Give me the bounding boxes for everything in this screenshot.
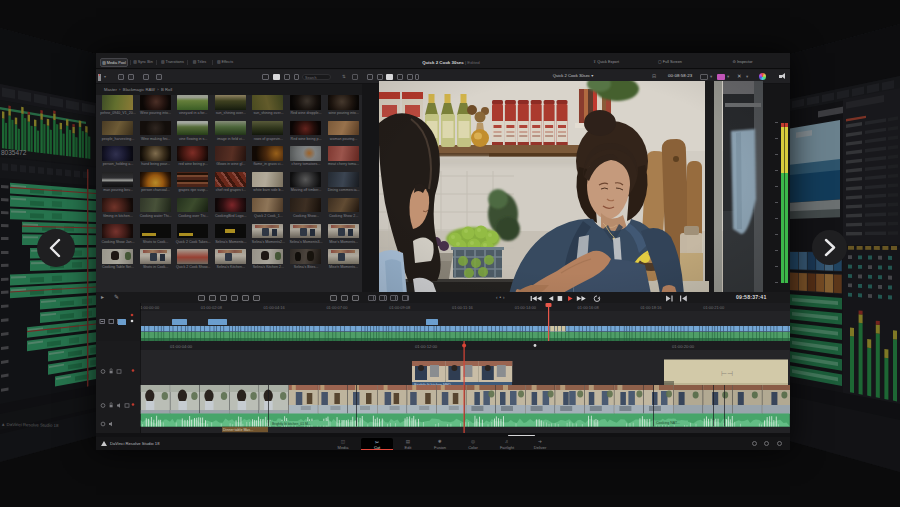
svg-text:⊢⊣: ⊢⊣ [721, 370, 733, 377]
svg-text:Cooking NAT...: Cooking NAT... [656, 421, 680, 425]
svg-text:01:00:11:16: 01:00:11:16 [452, 305, 474, 310]
svg-text:01:00:20:00: 01:00:20:00 [672, 344, 695, 349]
svg-text:01:00:04:16: 01:00:04:16 [264, 305, 286, 310]
svg-text:01:00:07:00: 01:00:07:00 [326, 305, 348, 310]
svg-text:01:00:00:00: 01:00:00:00 [138, 305, 160, 310]
svg-text:01:00:04:00: 01:00:04:00 [170, 344, 193, 349]
svg-text:01:00:12:00: 01:00:12:00 [415, 344, 438, 349]
svg-text:01:00:21:00: 01:00:21:00 [703, 305, 725, 310]
svg-text:01:00:14:00: 01:00:14:00 [515, 305, 537, 310]
svg-text:01:00:09:08: 01:00:09:08 [389, 305, 411, 310]
svg-text:01:00:18:16: 01:00:18:16 [640, 305, 662, 310]
svg-text:Dinner table Mas...: Dinner table Mas... [223, 428, 253, 432]
svg-text:Brightly lit kitchen_01 M...: Brightly lit kitchen_01 M... [272, 422, 311, 426]
svg-text:01:00:02:08: 01:00:02:08 [201, 305, 223, 310]
svg-text:01:00:16:08: 01:00:16:08 [578, 305, 600, 310]
